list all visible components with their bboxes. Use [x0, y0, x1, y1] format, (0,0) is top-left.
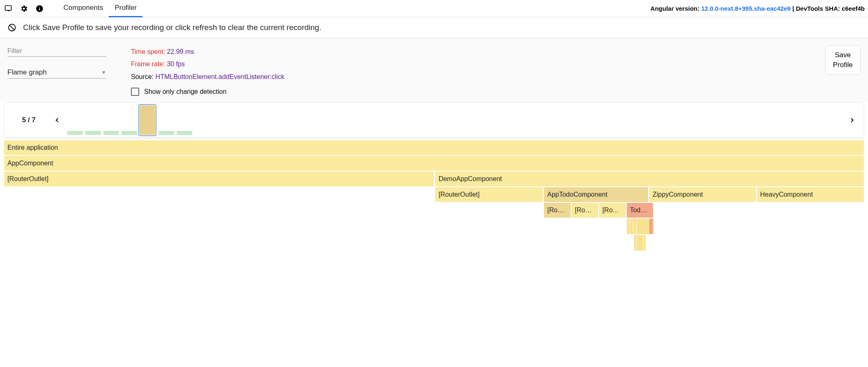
- flame-cell[interactable]: ZippyComponent: [649, 187, 756, 202]
- flame-micro-cell[interactable]: [633, 218, 636, 234]
- flame-micro-cell[interactable]: [649, 218, 652, 234]
- inspect-icon[interactable]: [3, 4, 13, 14]
- flame-cell[interactable]: HeavyComponent: [757, 187, 864, 202]
- flame-micro-cell[interactable]: [627, 218, 630, 234]
- version-value: 12.0.0-next.8+395.sha-eac42e9: [701, 5, 791, 12]
- toolbar: Components Profiler Angular version: 12.…: [0, 0, 868, 17]
- flame-cell[interactable]: [RouterOutlet]: [435, 187, 543, 202]
- tabs: Components Profiler: [58, 0, 142, 17]
- filter-input[interactable]: [7, 46, 106, 57]
- flame-cell[interactable]: DemoAppComponent: [435, 172, 864, 186]
- flame-row: [RouterOutlet]AppTodoComponentZippyCompo…: [4, 187, 864, 202]
- frames-panel: 5 / 7: [4, 102, 864, 138]
- info-text: Click Save Profile to save your recordin…: [23, 23, 321, 32]
- no-entry-icon[interactable]: [7, 23, 16, 32]
- tab-profiler[interactable]: Profiler: [109, 0, 142, 17]
- flame-row: [Ro…[Ro…[Ro…Tod…: [4, 203, 864, 218]
- version-label: Angular version:: [651, 5, 701, 12]
- svg-line-5: [10, 26, 14, 30]
- frame-bar[interactable]: [140, 105, 155, 135]
- flame-micro-row: [4, 235, 864, 251]
- tab-components[interactable]: Components: [58, 0, 109, 17]
- source-label: Source:: [131, 73, 156, 80]
- flame-micro-cell[interactable]: [637, 235, 639, 251]
- gear-icon[interactable]: [19, 4, 29, 14]
- info-bar: Click Save Profile to save your recordin…: [0, 17, 868, 38]
- flame-cell[interactable]: Entire application: [4, 140, 864, 155]
- sha-value: c6eef4b: [842, 5, 865, 12]
- time-value: 22.99 ms: [167, 48, 194, 55]
- rate-label: Frame rate:: [131, 60, 167, 67]
- view-select[interactable]: Flame graph ▼: [7, 68, 106, 79]
- frames-bars[interactable]: [67, 105, 842, 136]
- frame-bar[interactable]: [121, 131, 137, 135]
- flame-micro-cell[interactable]: [641, 235, 643, 251]
- save-profile-button[interactable]: Save Profile: [825, 46, 861, 74]
- flame-micro-cell[interactable]: [643, 218, 646, 234]
- flame-cell[interactable]: AppTodoComponent: [544, 187, 648, 202]
- frame-bar[interactable]: [103, 131, 119, 135]
- flame-micro-cell[interactable]: [639, 235, 641, 251]
- toolbar-left: Components Profiler: [3, 0, 142, 17]
- source-value: HTMLButtonElement.addEventListener:click: [156, 73, 285, 80]
- flame-micro-cell[interactable]: [634, 235, 636, 251]
- flame-micro-row: [4, 218, 864, 234]
- sha-label: DevTools SHA:: [796, 5, 842, 12]
- rate-value: 30 fps: [167, 60, 185, 67]
- controls-row: Flame graph ▼ Time spent: 22.99 ms Frame…: [0, 38, 868, 102]
- frame-bar[interactable]: [67, 131, 83, 135]
- flame-row: [RouterOutlet]DemoAppComponent: [4, 172, 864, 186]
- time-label: Time spent:: [131, 48, 167, 55]
- next-frame-button[interactable]: [846, 114, 858, 126]
- flame-cell[interactable]: [Ro…: [572, 203, 598, 218]
- flame-row: Entire application: [4, 140, 864, 155]
- flame-cell[interactable]: [RouterOutlet]: [4, 172, 434, 186]
- chevron-down-icon: ▼: [101, 70, 106, 75]
- flame-cell[interactable]: [Ro…: [544, 203, 571, 218]
- flame-micro-cell[interactable]: [637, 218, 639, 234]
- change-detection-label: Show only change detection: [144, 86, 226, 98]
- separator: |: [791, 5, 796, 12]
- flame-cell[interactable]: [Ro…: [599, 203, 626, 218]
- flame-row: AppComponent: [4, 156, 864, 171]
- view-select-label: Flame graph: [7, 68, 47, 77]
- metrics: Time spent: 22.99 ms Frame rate: 30 fps …: [131, 46, 285, 98]
- flame-micro-cell[interactable]: [630, 218, 633, 234]
- svg-rect-2: [39, 8, 40, 10]
- flame-graph: Entire applicationAppComponent[RouterOut…: [0, 140, 868, 251]
- frame-bar[interactable]: [177, 131, 192, 135]
- flame-micro-cell[interactable]: [646, 218, 649, 234]
- flame-micro-cell[interactable]: [644, 235, 646, 251]
- flame-micro-cell[interactable]: [653, 218, 654, 234]
- svg-rect-0: [5, 5, 12, 10]
- frame-bar[interactable]: [159, 131, 174, 135]
- left-controls: Flame graph ▼: [7, 46, 106, 79]
- prev-frame-button[interactable]: [51, 114, 63, 126]
- version-info: Angular version: 12.0.0-next.8+395.sha-e…: [651, 5, 865, 12]
- change-detection-checkbox[interactable]: [131, 88, 139, 96]
- flame-cell[interactable]: Tod…: [627, 203, 653, 218]
- info-icon[interactable]: [35, 4, 44, 14]
- flame-micro-cell[interactable]: [639, 218, 642, 234]
- frames-counter: 5 / 7: [10, 116, 47, 124]
- frame-bar[interactable]: [85, 131, 101, 135]
- flame-cell[interactable]: AppComponent: [4, 156, 864, 171]
- svg-rect-3: [39, 7, 40, 7]
